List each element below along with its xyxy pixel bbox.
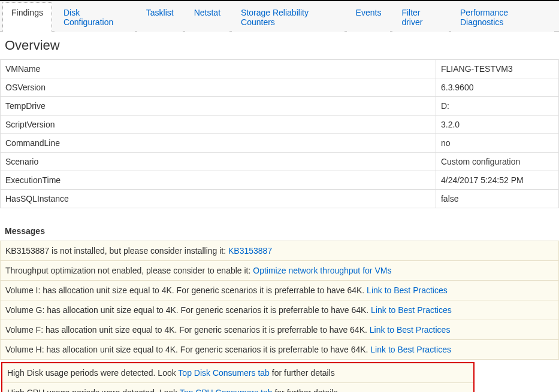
message-link[interactable]: Link to Best Practices [370, 325, 451, 335]
message-row: High CPU usage periods were detected. Lo… [2, 383, 473, 392]
tab-bar: Findings Disk Configuration Tasklist Net… [0, 1, 559, 32]
message-row: KB3153887 is not installed, but please c… [1, 241, 559, 261]
message-link[interactable]: Link to Best Practices [367, 285, 448, 295]
table-row: CommandLine no [1, 134, 559, 153]
message-link[interactable]: KB3153887 [228, 246, 272, 256]
overview-value: FLIANG-TESTVM3 [436, 60, 558, 78]
message-text-post: for further details [273, 388, 338, 392]
message-row: Volume G: has allocation unit size equal… [1, 300, 559, 320]
tab-label: Disk Configuration [64, 8, 113, 27]
message-link[interactable]: Link to Best Practices [370, 345, 451, 354]
message-text: High Disk usage periods were detected. L… [7, 368, 178, 378]
table-row: ScriptVersion 3.2.0 [1, 116, 559, 134]
message-row: Volume H: has allocation unit size equal… [1, 340, 559, 360]
overview-value: 6.3.9600 [436, 78, 558, 97]
message-row: Volume I: has allocation unit size equal… [1, 281, 559, 300]
message-link[interactable]: Link to Best Practices [371, 305, 452, 315]
tab-label: Performance Diagnostics [460, 8, 508, 27]
message-text: High CPU usage periods were detected. Lo… [7, 388, 180, 392]
overview-key: TempDrive [1, 97, 436, 116]
tab-performance-diagnostics[interactable]: Performance Diagnostics [451, 2, 554, 32]
tab-label: Netstat [194, 8, 220, 17]
overview-key: CommandLine [1, 134, 436, 153]
overview-value: Custom configuration [436, 153, 558, 171]
overview-value: D: [436, 97, 558, 116]
message-row: Throughput optimization not enabled, ple… [1, 261, 559, 281]
table-row: HasSQLInstance false [1, 190, 559, 208]
message-link[interactable]: Top Disk Consumers tab [178, 368, 270, 378]
tab-label: Tasklist [146, 8, 174, 17]
tab-disk-configuration[interactable]: Disk Configuration [55, 2, 135, 32]
message-text-post: for further details [270, 368, 335, 378]
tab-netstat[interactable]: Netstat [185, 2, 229, 32]
messages-title: Messages [0, 208, 559, 241]
table-row: Scenario Custom configuration [1, 153, 559, 171]
overview-key: OSVersion [1, 78, 436, 97]
overview-value: 3.2.0 [436, 116, 558, 134]
tab-events[interactable]: Events [347, 2, 391, 32]
message-row: High Disk usage periods were detected. L… [2, 363, 473, 383]
tab-label: Findings [11, 8, 43, 17]
tab-findings[interactable]: Findings [2, 2, 52, 32]
highlighted-messages-box: High Disk usage periods were detected. L… [1, 362, 475, 392]
overview-table: VMName FLIANG-TESTVM3 OSVersion 6.3.9600… [0, 59, 559, 208]
message-text: KB3153887 is not installed, but please c… [5, 246, 228, 256]
tab-storage-reliability-counters[interactable]: Storage Reliability Counters [232, 2, 345, 32]
table-row: OSVersion 6.3.9600 [1, 78, 559, 97]
overview-key: Scenario [1, 153, 436, 171]
message-text: Volume G: has allocation unit size equal… [5, 305, 371, 315]
overview-key: VMName [1, 60, 436, 78]
message-text: Volume I: has allocation unit size equal… [5, 285, 367, 295]
overview-key: HasSQLInstance [1, 190, 436, 208]
message-row: Volume F: has allocation unit size equal… [1, 320, 559, 340]
overview-value: false [436, 190, 558, 208]
messages-table: KB3153887 is not installed, but please c… [0, 241, 559, 360]
tab-tasklist[interactable]: Tasklist [137, 2, 183, 32]
overview-title: Overview [0, 32, 559, 59]
tab-label: Events [356, 8, 382, 17]
message-link[interactable]: Top CPU Consumers tab [180, 388, 273, 392]
table-row: ExecutionTime 4/24/2017 5:24:52 PM [1, 171, 559, 190]
overview-key: ScriptVersion [1, 116, 436, 134]
message-text: Volume F: has allocation unit size equal… [5, 325, 370, 335]
overview-key: ExecutionTime [1, 171, 436, 190]
table-row: TempDrive D: [1, 97, 559, 116]
table-row: VMName FLIANG-TESTVM3 [1, 60, 559, 78]
message-text: Throughput optimization not enabled, ple… [5, 266, 253, 275]
tab-label: Filter driver [401, 8, 422, 27]
message-link[interactable]: Optimize network throughput for VMs [253, 266, 391, 275]
message-text: Volume H: has allocation unit size equal… [5, 345, 370, 354]
overview-value: 4/24/2017 5:24:52 PM [436, 171, 558, 190]
overview-value: no [436, 134, 558, 153]
tab-filter-driver[interactable]: Filter driver [392, 2, 449, 32]
tab-label: Storage Reliability Counters [241, 8, 309, 27]
